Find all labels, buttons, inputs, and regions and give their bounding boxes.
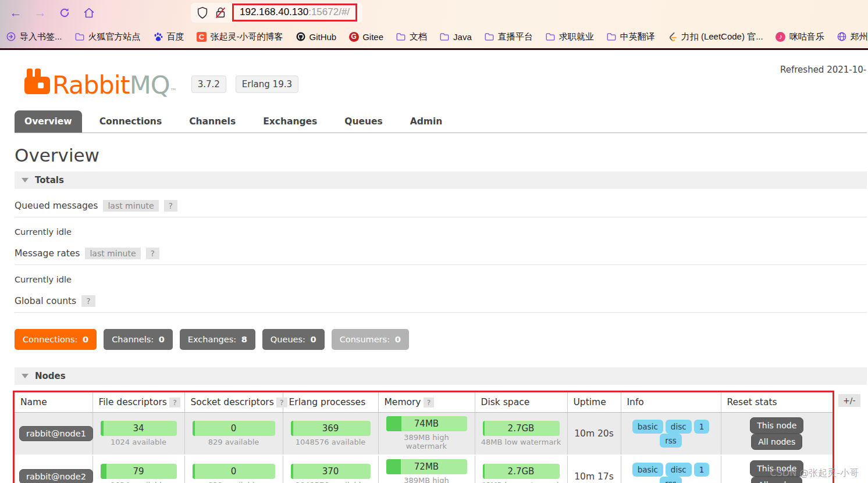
insecure-lock-icon[interactable] bbox=[214, 6, 227, 19]
url-bar[interactable]: 192.168.40.130:15672/#/ bbox=[191, 3, 362, 23]
bookmark-item[interactable]: 中英翻译 bbox=[606, 31, 655, 42]
bookmark-item[interactable]: 力扣 (LeetCode) 官... bbox=[667, 31, 763, 42]
columns-plus-minus-button[interactable]: +/- bbox=[838, 394, 860, 407]
folder-icon bbox=[606, 31, 617, 42]
nodes-table-zone: NameFile descriptors?Socket descriptors?… bbox=[13, 391, 868, 483]
erlang-processes-cell: 3701048576 available bbox=[283, 455, 378, 483]
global-counts-help-icon[interactable]: ? bbox=[81, 295, 95, 307]
erlang-version-badge: Erlang 19.3 bbox=[236, 76, 298, 93]
app-header: RabbitMQ™ 3.7.2 Erlang 19.3 bbox=[23, 62, 868, 98]
rabbitmq-wordmark[interactable]: RabbitMQ™ bbox=[52, 73, 176, 98]
tab-admin[interactable]: Admin bbox=[400, 110, 453, 133]
reset-this-node-button[interactable]: This node bbox=[750, 417, 803, 434]
folder-icon bbox=[396, 31, 406, 42]
uptime-cell: 10m 20s bbox=[567, 413, 621, 456]
tab-queues[interactable]: Queues bbox=[335, 110, 393, 133]
column-header-erlang-processes: Erlang processes bbox=[283, 392, 378, 413]
forward-icon[interactable]: → bbox=[31, 4, 49, 22]
meter-value: 370 bbox=[291, 464, 371, 479]
bookmark-item[interactable]: Java bbox=[439, 31, 472, 42]
folder-icon bbox=[484, 31, 495, 42]
info-badge-basic[interactable]: basic bbox=[632, 420, 663, 434]
info-badge-1[interactable]: 1 bbox=[694, 420, 710, 434]
bookmark-item[interactable]: G Gitee bbox=[348, 31, 383, 42]
nodes-section-header[interactable]: Nodes bbox=[15, 367, 867, 385]
disk-space-meter: 2.7GB bbox=[483, 464, 560, 479]
rabbitmq-logo-icon bbox=[23, 67, 51, 95]
help-icon[interactable]: ? bbox=[424, 398, 435, 407]
meter-value: 2.7GB bbox=[483, 421, 560, 436]
message-rates-label: Message rates bbox=[15, 248, 80, 259]
github-icon bbox=[296, 31, 306, 42]
bookmark-label: 郑州升达经贸 bbox=[851, 31, 868, 42]
global-counts-row: Global counts ? bbox=[15, 295, 867, 313]
bookmark-item[interactable]: ♪ 咪咕音乐 bbox=[775, 31, 824, 42]
bookmark-item[interactable]: 文档 bbox=[396, 31, 427, 42]
home-icon[interactable] bbox=[80, 4, 98, 22]
tab-connections[interactable]: Connections bbox=[90, 110, 172, 133]
queued-idle-text: Currently idle bbox=[15, 227, 868, 237]
column-header-disk-space: Disk space bbox=[475, 392, 567, 413]
tab-overview[interactable]: Overview bbox=[15, 110, 82, 133]
bookmark-item[interactable]: 直播平台 bbox=[484, 31, 533, 42]
info-badge-disc[interactable]: disc bbox=[666, 420, 692, 434]
stat-queues: Queues: 0 bbox=[262, 329, 325, 350]
info-badge-disc[interactable]: disc bbox=[666, 463, 692, 477]
memory-meter: 72MB bbox=[386, 459, 467, 474]
bookmark-item[interactable]: GitHub bbox=[296, 31, 337, 42]
erlang-processes-meter: 370 bbox=[291, 464, 371, 479]
column-header-socket-descriptors: Socket descriptors? bbox=[184, 392, 283, 413]
collapse-triangle-icon bbox=[22, 178, 29, 183]
info-badge-1[interactable]: 1 bbox=[694, 463, 710, 477]
disk-space-cell: 2.7GB48MB low watermark bbox=[475, 455, 567, 483]
rates-help-icon[interactable]: ? bbox=[146, 248, 159, 259]
main-tabs: Overview Connections Channels Exchanges … bbox=[15, 110, 867, 133]
queued-help-icon[interactable]: ? bbox=[164, 200, 177, 212]
url-host-text[interactable]: 192.168.40.130 bbox=[240, 6, 308, 18]
node-name-cell: rabbit@node1 bbox=[15, 413, 93, 456]
node-name-pill[interactable]: rabbit@node1 bbox=[19, 426, 93, 441]
info-badge-basic[interactable]: basic bbox=[632, 463, 663, 477]
nodes-section-title: Nodes bbox=[35, 371, 66, 381]
url-rest-text[interactable]: :15672/#/ bbox=[308, 6, 350, 18]
bookmark-label: 百度 bbox=[167, 31, 184, 42]
info-badge-rss[interactable]: rss bbox=[660, 477, 682, 483]
bookmark-item[interactable]: 郑州升达经贸 bbox=[837, 31, 868, 42]
queued-rate-mode-badge[interactable]: last minute bbox=[103, 200, 158, 212]
bookmark-item[interactable]: 导入书签... bbox=[6, 31, 62, 42]
meter-value: 34 bbox=[101, 421, 177, 436]
bookmark-item[interactable]: 求职就业 bbox=[545, 31, 594, 42]
bookmark-label: 导入书签... bbox=[20, 31, 62, 42]
column-header-file-descriptors: File descriptors? bbox=[93, 392, 184, 413]
stat-channels: Channels: 0 bbox=[104, 329, 173, 350]
node-name-pill[interactable]: rabbit@node2 bbox=[19, 469, 93, 483]
shield-icon[interactable] bbox=[196, 6, 209, 19]
nodes-table: NameFile descriptors?Socket descriptors?… bbox=[15, 392, 833, 483]
erlang-processes-cell: 3691048576 available bbox=[283, 413, 378, 456]
bookmark-item[interactable]: C 张起灵-小哥的博客 bbox=[197, 31, 283, 42]
node-name-cell: rabbit@node2 bbox=[15, 455, 93, 483]
tab-channels[interactable]: Channels bbox=[179, 110, 246, 133]
help-icon[interactable]: ? bbox=[169, 398, 180, 407]
meter-subtext: 389MB high watermark bbox=[383, 476, 470, 483]
totals-section-title: Totals bbox=[35, 175, 64, 185]
folder-icon bbox=[439, 31, 450, 42]
totals-section-header[interactable]: Totals bbox=[15, 171, 867, 189]
meter-subtext: 1048576 available bbox=[288, 438, 373, 446]
stat-connections: Connections: 0 bbox=[15, 329, 97, 350]
meter-subtext: 48MB low watermark bbox=[480, 481, 563, 483]
stat-consumers: Consumers: 0 bbox=[332, 329, 409, 350]
reload-icon[interactable] bbox=[56, 4, 73, 22]
bookmark-item[interactable]: 火狐官方站点 bbox=[74, 31, 141, 42]
help-icon[interactable]: ? bbox=[276, 398, 287, 407]
file-descriptors-cell: 791024 available bbox=[93, 455, 184, 483]
back-icon[interactable]: ← bbox=[7, 4, 24, 22]
info-badge-rss[interactable]: rss bbox=[660, 434, 682, 448]
bookmark-label: Gitee bbox=[362, 32, 383, 42]
tab-exchanges[interactable]: Exchanges bbox=[253, 110, 327, 133]
meter-subtext: 48MB low watermark bbox=[480, 438, 563, 446]
rates-rate-mode-badge[interactable]: last minute bbox=[85, 248, 140, 259]
bookmark-item[interactable]: 百度 bbox=[153, 31, 184, 42]
reset-all-nodes-button[interactable]: All nodes bbox=[751, 434, 802, 450]
folder-icon bbox=[545, 31, 556, 42]
